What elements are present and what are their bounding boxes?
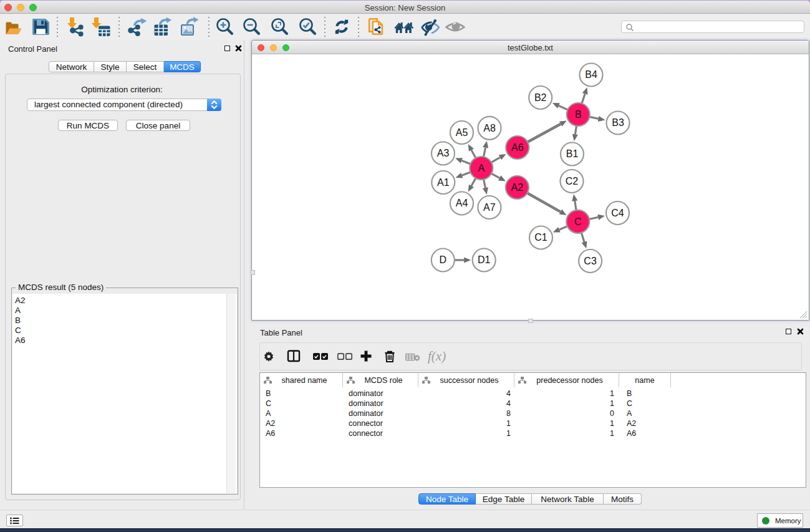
- svg-text:C3: C3: [584, 256, 597, 266]
- svg-text:A8: A8: [483, 123, 496, 133]
- svg-text:C4: C4: [611, 208, 624, 218]
- svg-text:C: C: [574, 216, 582, 227]
- svg-text:B4: B4: [585, 69, 597, 80]
- svg-text:B3: B3: [612, 117, 624, 128]
- svg-text:B: B: [575, 109, 582, 120]
- svg-text:A2: A2: [511, 182, 524, 193]
- svg-text:A1: A1: [437, 177, 450, 188]
- svg-text:C1: C1: [534, 232, 547, 243]
- svg-text:A6: A6: [511, 142, 524, 153]
- svg-text:B2: B2: [534, 92, 547, 103]
- svg-text:A: A: [478, 163, 485, 173]
- svg-text:D1: D1: [478, 254, 491, 265]
- svg-text:C2: C2: [566, 176, 579, 186]
- svg-text:A4: A4: [456, 198, 468, 208]
- svg-text:D: D: [440, 254, 447, 265]
- svg-text:A5: A5: [456, 127, 468, 138]
- svg-text:B1: B1: [566, 148, 579, 159]
- svg-text:A7: A7: [483, 202, 496, 213]
- svg-text:A3: A3: [437, 148, 450, 158]
